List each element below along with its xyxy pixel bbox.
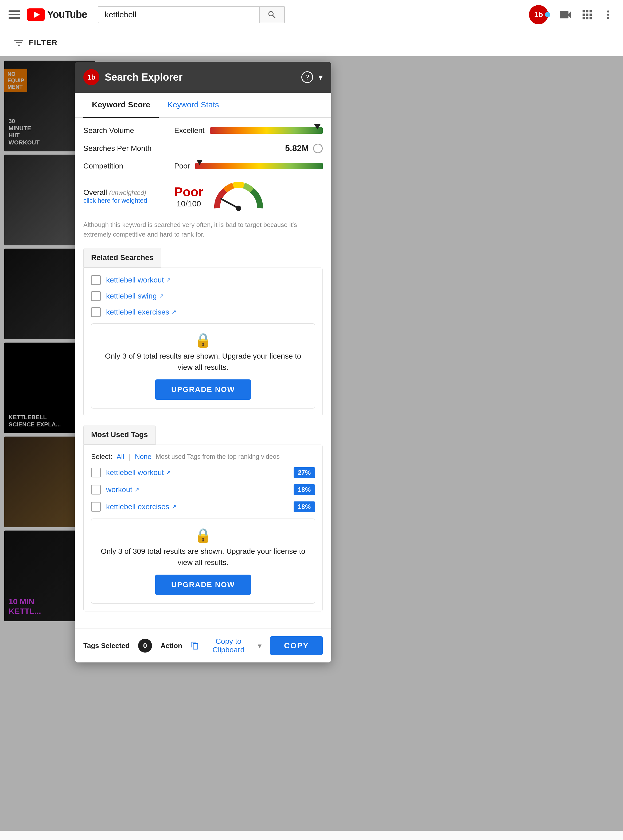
search-bar[interactable] (98, 6, 285, 23)
tag-pct-3: 18% (294, 502, 315, 512)
searches-per-month-row: Searches Per Month 5.82M i (83, 143, 323, 153)
related-searches-header: Related Searches (83, 248, 161, 268)
checkbox-related-3[interactable] (91, 308, 101, 317)
filter-bar: FILTER (0, 29, 623, 56)
competition-right: Poor (174, 162, 323, 170)
youtube-wordmark: YouTube (47, 9, 87, 20)
tag-pct-1: 27% (294, 467, 315, 478)
searches-per-month-label: Searches Per Month (83, 144, 174, 153)
searches-per-month-value: 5.82M (285, 143, 309, 153)
panel-logo: 1b (83, 69, 100, 85)
related-item-3: kettlebell exercises ↗ (91, 308, 315, 317)
checkbox-tag-1[interactable] (91, 468, 101, 477)
score-poor-text: Poor (174, 185, 203, 199)
gauge-chart (212, 179, 265, 214)
filter-icon (13, 37, 25, 49)
related-item-2: kettlebell swing ↗ (91, 291, 315, 301)
create-icon[interactable] (558, 7, 573, 22)
panel-body: Search Volume Excellent Searches Per Mon… (75, 118, 331, 629)
action-label: Action (161, 642, 182, 650)
action-bar: Tags Selected 0 Action Copy to Clipboard… (75, 629, 331, 663)
related-link-3[interactable]: kettlebell exercises ↗ (106, 308, 176, 317)
clipboard-icon (191, 641, 199, 650)
panel-header: 1b Search Explorer ? ▾ (75, 62, 331, 93)
panel-tabs: Keyword Score Keyword Stats (75, 93, 331, 118)
overall-score-display: Poor 10/100 (174, 179, 265, 214)
checkbox-related-2[interactable] (91, 291, 101, 301)
overall-section: Overall (unweighted) click here for weig… (83, 179, 323, 214)
score-number: 10/100 (174, 199, 203, 208)
filter-label: FILTER (29, 38, 58, 47)
chevron-down-icon[interactable]: ▾ (318, 72, 323, 82)
related-link-2[interactable]: kettlebell swing ↗ (106, 292, 164, 300)
related-upgrade-button[interactable]: UPGRADE NOW (155, 379, 251, 400)
tags-upgrade-button[interactable]: UPGRADE NOW (155, 575, 251, 595)
overall-left: Overall (unweighted) click here for weig… (83, 188, 174, 204)
tag-item-2: workout ↗ 18% (91, 484, 315, 495)
copy-clipboard-button[interactable]: Copy to Clipboard (202, 637, 255, 654)
related-link-1[interactable]: kettlebell workout ↗ (106, 276, 171, 285)
select-none-link[interactable]: None (135, 453, 152, 461)
content-area: NOEQUIPMENT 30MINUTEHIITWORKOUT KETTLEBE… (0, 56, 623, 831)
tag-link-2[interactable]: workout ↗ (106, 485, 288, 494)
select-label: Select: (91, 453, 112, 461)
search-volume-bar (210, 127, 323, 134)
related-item-1: kettlebell workout ↗ (91, 275, 315, 285)
overall-label: Overall (unweighted) (83, 188, 174, 197)
ext-link-tag-1: ↗ (166, 469, 171, 476)
lock-icon-related: 🔒 (195, 332, 212, 349)
external-link-icon-2: ↗ (159, 293, 164, 300)
tab-keyword-score[interactable]: Keyword Score (83, 93, 159, 118)
checkbox-related-1[interactable] (91, 275, 101, 285)
tag-link-3[interactable]: kettlebell exercises ↗ (106, 502, 288, 511)
related-searches-box: kettlebell workout ↗ kettlebell swing ↗ (83, 268, 323, 416)
weighted-link[interactable]: click here for weighted (83, 197, 147, 204)
select-all-link[interactable]: All (117, 453, 124, 461)
tags-info-text: Most used Tags from the top ranking vide… (156, 453, 280, 460)
search-input[interactable] (98, 10, 259, 19)
tab-keyword-stats[interactable]: Keyword Stats (159, 93, 227, 118)
panel-title: Search Explorer (105, 72, 296, 83)
help-icon[interactable]: ? (301, 71, 313, 83)
competition-bar-container (195, 163, 323, 169)
lock-icon-tags: 🔒 (195, 527, 212, 544)
tag-item-1: kettlebell workout ↗ 27% (91, 467, 315, 478)
hamburger-menu[interactable] (9, 11, 20, 19)
description-text: Although this keyword is searched very o… (83, 220, 323, 239)
apps-icon[interactable] (580, 8, 594, 21)
competition-rating: Poor (174, 162, 190, 170)
tags-select-bar: Select: All | None Most used Tags from t… (91, 452, 315, 461)
dropdown-arrow-icon[interactable]: ▾ (258, 641, 262, 650)
competition-label: Competition (83, 162, 174, 170)
info-icon[interactable]: i (313, 144, 323, 153)
search-volume-right: Excellent (174, 126, 323, 135)
svg-line-2 (221, 199, 239, 208)
tag-pct-2: 18% (294, 484, 315, 495)
tags-selected-group: Tags Selected (83, 642, 130, 650)
score-text-block: Poor 10/100 (174, 185, 203, 208)
related-upgrade-text: Only 3 of 9 total results are shown. Upg… (100, 350, 306, 373)
search-button[interactable] (259, 7, 284, 23)
checkbox-tag-3[interactable] (91, 502, 101, 512)
search-volume-row: Search Volume Excellent (83, 126, 323, 135)
competition-bar (195, 163, 323, 169)
most-used-tags-header: Most Used Tags (83, 425, 156, 445)
tag-item-3: kettlebell exercises ↗ 18% (91, 502, 315, 512)
tags-upgrade-text: Only 3 of 309 total results are shown. U… (100, 546, 306, 568)
header-right: 1b (529, 5, 614, 24)
checkbox-tag-2[interactable] (91, 485, 101, 494)
related-searches-section: Related Searches kettlebell workout ↗ ke… (83, 248, 323, 416)
competition-row: Competition Poor (83, 162, 323, 170)
action-dropdown: Copy to Clipboard ▾ (191, 637, 262, 654)
tag-link-1[interactable]: kettlebell workout ↗ (106, 468, 288, 477)
youtube-logo[interactable]: YouTube (27, 8, 87, 21)
search-volume-bar-container (210, 127, 323, 134)
tags-selected-label: Tags Selected (83, 642, 130, 650)
tags-upgrade-box: 🔒 Only 3 of 309 total results are shown.… (91, 519, 315, 604)
competition-marker (196, 160, 203, 165)
more-icon[interactable] (602, 8, 614, 21)
most-used-tags-section: Most Used Tags Select: All | None Most u… (83, 425, 323, 612)
copy-button[interactable]: COPY (270, 636, 323, 655)
search-volume-label: Search Volume (83, 126, 174, 135)
external-link-icon-1: ↗ (166, 277, 171, 283)
